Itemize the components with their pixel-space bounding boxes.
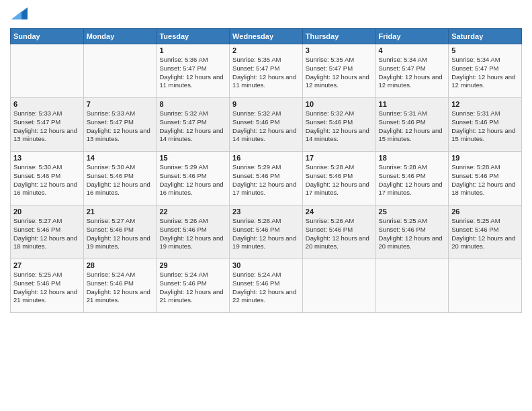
day-of-week-header: Thursday xyxy=(302,29,375,44)
calendar-cell: 19Sunrise: 5:28 AMSunset: 5:46 PMDayligh… xyxy=(449,152,522,205)
calendar: SundayMondayTuesdayWednesdayThursdayFrid… xyxy=(10,28,522,313)
svg-marker-1 xyxy=(11,11,21,19)
day-of-week-header: Friday xyxy=(375,29,449,44)
day-number: 23 xyxy=(232,208,300,216)
calendar-cell: 11Sunrise: 5:31 AMSunset: 5:46 PMDayligh… xyxy=(375,98,449,152)
calendar-cell: 20Sunrise: 5:27 AMSunset: 5:46 PMDayligh… xyxy=(11,205,84,259)
day-number: 2 xyxy=(232,46,300,54)
day-number: 15 xyxy=(159,154,226,162)
day-info: Sunrise: 5:30 AMSunset: 5:46 PMDaylight:… xyxy=(13,163,81,197)
calendar-cell: 17Sunrise: 5:28 AMSunset: 5:46 PMDayligh… xyxy=(302,152,375,205)
calendar-cell: 30Sunrise: 5:24 AMSunset: 5:46 PMDayligh… xyxy=(230,259,303,313)
day-number: 29 xyxy=(159,261,226,269)
day-info: Sunrise: 5:35 AMSunset: 5:47 PMDaylight:… xyxy=(306,56,373,90)
day-info: Sunrise: 5:27 AMSunset: 5:46 PMDaylight:… xyxy=(13,217,81,251)
day-number: 14 xyxy=(87,154,154,162)
calendar-cell: 18Sunrise: 5:28 AMSunset: 5:46 PMDayligh… xyxy=(375,152,449,205)
day-info: Sunrise: 5:25 AMSunset: 5:46 PMDaylight:… xyxy=(451,217,519,251)
day-info: Sunrise: 5:29 AMSunset: 5:46 PMDaylight:… xyxy=(159,163,226,197)
calendar-cell: 21Sunrise: 5:27 AMSunset: 5:46 PMDayligh… xyxy=(83,205,157,259)
day-of-week-header: Saturday xyxy=(449,29,522,44)
day-number: 4 xyxy=(379,46,446,54)
day-number: 24 xyxy=(306,208,373,216)
calendar-cell: 13Sunrise: 5:30 AMSunset: 5:46 PMDayligh… xyxy=(11,152,84,205)
calendar-cell: 24Sunrise: 5:26 AMSunset: 5:46 PMDayligh… xyxy=(302,205,375,259)
calendar-week-row: 6Sunrise: 5:33 AMSunset: 5:47 PMDaylight… xyxy=(11,98,522,152)
day-info: Sunrise: 5:31 AMSunset: 5:46 PMDaylight:… xyxy=(379,109,446,144)
calendar-cell: 4Sunrise: 5:34 AMSunset: 5:47 PMDaylight… xyxy=(375,44,449,98)
calendar-cell: 27Sunrise: 5:25 AMSunset: 5:46 PMDayligh… xyxy=(11,259,84,313)
calendar-week-row: 1Sunrise: 5:36 AMSunset: 5:47 PMDaylight… xyxy=(11,44,522,98)
day-number: 10 xyxy=(306,100,373,108)
day-info: Sunrise: 5:27 AMSunset: 5:46 PMDaylight:… xyxy=(87,217,154,251)
day-number: 13 xyxy=(13,154,81,162)
calendar-cell: 8Sunrise: 5:32 AMSunset: 5:47 PMDaylight… xyxy=(157,98,230,152)
calendar-cell: 28Sunrise: 5:24 AMSunset: 5:46 PMDayligh… xyxy=(83,259,157,313)
calendar-cell xyxy=(449,259,522,313)
day-info: Sunrise: 5:28 AMSunset: 5:46 PMDaylight:… xyxy=(379,163,446,197)
day-info: Sunrise: 5:25 AMSunset: 5:46 PMDaylight:… xyxy=(13,271,81,305)
day-of-week-header: Monday xyxy=(83,29,157,44)
logo xyxy=(10,7,30,23)
day-number: 8 xyxy=(159,100,226,108)
day-number: 17 xyxy=(306,154,373,162)
day-info: Sunrise: 5:31 AMSunset: 5:46 PMDaylight:… xyxy=(451,109,519,144)
day-info: Sunrise: 5:35 AMSunset: 5:47 PMDaylight:… xyxy=(232,56,300,90)
day-number: 1 xyxy=(159,46,226,54)
calendar-cell: 26Sunrise: 5:25 AMSunset: 5:46 PMDayligh… xyxy=(449,205,522,259)
calendar-cell xyxy=(83,44,157,98)
calendar-cell: 25Sunrise: 5:25 AMSunset: 5:46 PMDayligh… xyxy=(375,205,449,259)
day-of-week-header: Tuesday xyxy=(157,29,230,44)
day-info: Sunrise: 5:33 AMSunset: 5:47 PMDaylight:… xyxy=(87,109,154,144)
day-info: Sunrise: 5:34 AMSunset: 5:47 PMDaylight:… xyxy=(451,56,519,90)
day-info: Sunrise: 5:32 AMSunset: 5:47 PMDaylight:… xyxy=(159,109,226,144)
day-info: Sunrise: 5:26 AMSunset: 5:46 PMDaylight:… xyxy=(232,217,300,251)
day-info: Sunrise: 5:28 AMSunset: 5:46 PMDaylight:… xyxy=(306,163,373,197)
calendar-cell xyxy=(302,259,375,313)
day-info: Sunrise: 5:32 AMSunset: 5:46 PMDaylight:… xyxy=(306,109,373,144)
day-number: 21 xyxy=(87,208,154,216)
page: SundayMondayTuesdayWednesdayThursdayFrid… xyxy=(0,0,532,411)
day-number: 30 xyxy=(232,261,300,269)
calendar-cell: 7Sunrise: 5:33 AMSunset: 5:47 PMDaylight… xyxy=(83,98,157,152)
calendar-cell xyxy=(375,259,449,313)
day-number: 5 xyxy=(451,46,519,54)
calendar-cell: 23Sunrise: 5:26 AMSunset: 5:46 PMDayligh… xyxy=(230,205,303,259)
day-of-week-header: Sunday xyxy=(11,29,84,44)
calendar-cell: 9Sunrise: 5:32 AMSunset: 5:46 PMDaylight… xyxy=(230,98,303,152)
day-number: 16 xyxy=(232,154,300,162)
day-info: Sunrise: 5:28 AMSunset: 5:46 PMDaylight:… xyxy=(451,163,519,197)
calendar-cell: 10Sunrise: 5:32 AMSunset: 5:46 PMDayligh… xyxy=(302,98,375,152)
day-number: 3 xyxy=(306,46,373,54)
day-number: 26 xyxy=(451,208,519,216)
day-info: Sunrise: 5:32 AMSunset: 5:46 PMDaylight:… xyxy=(232,109,300,144)
calendar-cell: 22Sunrise: 5:26 AMSunset: 5:46 PMDayligh… xyxy=(157,205,230,259)
day-number: 28 xyxy=(87,261,154,269)
calendar-cell: 12Sunrise: 5:31 AMSunset: 5:46 PMDayligh… xyxy=(449,98,522,152)
day-info: Sunrise: 5:25 AMSunset: 5:46 PMDaylight:… xyxy=(379,217,446,251)
day-number: 9 xyxy=(232,100,300,108)
day-info: Sunrise: 5:33 AMSunset: 5:47 PMDaylight:… xyxy=(13,109,81,144)
header xyxy=(10,7,522,23)
calendar-week-row: 20Sunrise: 5:27 AMSunset: 5:46 PMDayligh… xyxy=(11,205,522,259)
day-info: Sunrise: 5:24 AMSunset: 5:46 PMDaylight:… xyxy=(87,271,154,305)
calendar-week-row: 13Sunrise: 5:30 AMSunset: 5:46 PMDayligh… xyxy=(11,152,522,205)
day-info: Sunrise: 5:36 AMSunset: 5:47 PMDaylight:… xyxy=(159,56,226,90)
day-number: 12 xyxy=(451,100,519,108)
calendar-cell: 5Sunrise: 5:34 AMSunset: 5:47 PMDaylight… xyxy=(449,44,522,98)
logo-icon xyxy=(11,7,28,20)
calendar-cell: 29Sunrise: 5:24 AMSunset: 5:46 PMDayligh… xyxy=(157,259,230,313)
day-number: 7 xyxy=(87,100,154,108)
day-info: Sunrise: 5:24 AMSunset: 5:46 PMDaylight:… xyxy=(159,271,226,305)
calendar-cell: 1Sunrise: 5:36 AMSunset: 5:47 PMDaylight… xyxy=(157,44,230,98)
day-of-week-header: Wednesday xyxy=(230,29,303,44)
calendar-cell xyxy=(11,44,84,98)
day-info: Sunrise: 5:24 AMSunset: 5:46 PMDaylight:… xyxy=(232,271,300,305)
day-number: 11 xyxy=(379,100,446,108)
calendar-cell: 16Sunrise: 5:29 AMSunset: 5:46 PMDayligh… xyxy=(230,152,303,205)
calendar-cell: 3Sunrise: 5:35 AMSunset: 5:47 PMDaylight… xyxy=(302,44,375,98)
day-number: 19 xyxy=(451,154,519,162)
calendar-cell: 2Sunrise: 5:35 AMSunset: 5:47 PMDaylight… xyxy=(230,44,303,98)
calendar-header-row: SundayMondayTuesdayWednesdayThursdayFrid… xyxy=(11,29,522,44)
day-info: Sunrise: 5:29 AMSunset: 5:46 PMDaylight:… xyxy=(232,163,300,197)
